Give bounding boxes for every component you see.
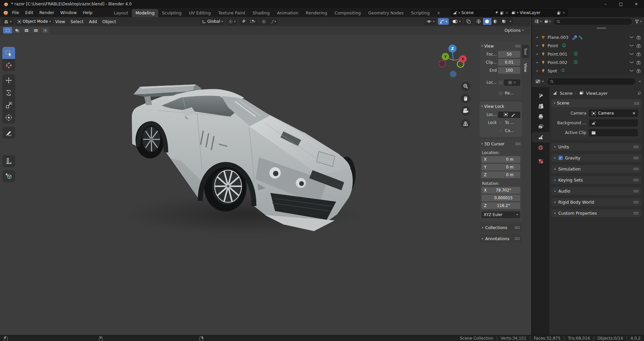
- sidebar-tab-tool[interactable]: Tool: [522, 45, 529, 58]
- tab-texture-properties[interactable]: [532, 156, 549, 166]
- viewlayer-selector[interactable]: ▾ ViewLayer ×: [509, 9, 568, 16]
- camera-view-button[interactable]: [461, 106, 470, 116]
- menu-object[interactable]: Object: [100, 19, 119, 24]
- tab-texture-paint[interactable]: Texture Paint: [214, 9, 249, 17]
- pivot-point-button[interactable]: ▾: [227, 18, 237, 25]
- add-cube-tool[interactable]: [2, 170, 15, 182]
- gravity-checkbox[interactable]: ✓: [558, 156, 563, 160]
- axis-neg-z[interactable]: [450, 71, 457, 77]
- cursor-rotation-x[interactable]: X 79.702°: [481, 187, 520, 194]
- camera-field[interactable]: Camera ×: [589, 110, 638, 117]
- breadcrumb-scene[interactable]: Scene: [560, 91, 573, 96]
- panel-gravity[interactable]: ▸ ✓ Gravity: [551, 154, 641, 162]
- remove-icon[interactable]: ×: [562, 10, 566, 15]
- tab-rendering[interactable]: Rendering: [302, 9, 331, 17]
- blender-menu-icon[interactable]: [3, 10, 8, 15]
- pin-icon[interactable]: [637, 91, 641, 95]
- menu-help[interactable]: Help: [80, 10, 96, 15]
- shading-rendered[interactable]: [500, 18, 508, 25]
- select-subtract-button[interactable]: [22, 27, 31, 33]
- visibility-button[interactable]: ▾: [425, 18, 436, 25]
- outliner-item-point002[interactable]: ▸ Point.002: [532, 58, 644, 67]
- pan-button[interactable]: [461, 94, 470, 103]
- view-lock-header[interactable]: ▾ View Lock: [481, 103, 520, 110]
- cursor-rotation-z[interactable]: Z 116.2°: [481, 202, 520, 209]
- panel-rigid-body-world[interactable]: ▸ Rigid Body World: [551, 198, 641, 206]
- sidebar-tab-view[interactable]: View: [522, 60, 529, 75]
- shading-wireframe[interactable]: [475, 18, 483, 25]
- properties-editor-icon[interactable]: [535, 79, 540, 84]
- menu-view[interactable]: View: [53, 19, 68, 24]
- menu-file[interactable]: File: [9, 10, 22, 15]
- tab-output-properties[interactable]: [532, 111, 549, 122]
- collections-panel-header[interactable]: ▸ Collections: [480, 223, 522, 232]
- select-box-tool[interactable]: [2, 47, 15, 59]
- menu-edit[interactable]: Edit: [22, 10, 36, 15]
- background-scene-field[interactable]: [589, 119, 638, 127]
- outliner-editor-icon[interactable]: [534, 19, 539, 24]
- expand-icon[interactable]: ▸: [537, 61, 538, 64]
- view-panel-header[interactable]: ▾ View: [481, 43, 520, 50]
- outliner-search-input[interactable]: [554, 18, 632, 25]
- render-region-checkbox[interactable]: [498, 91, 503, 96]
- focal-length-field[interactable]: 50: [498, 51, 520, 58]
- orientation-selector[interactable]: Global ▾: [200, 18, 225, 25]
- menu-select[interactable]: Select: [68, 19, 86, 24]
- proportional-toggle[interactable]: [260, 18, 268, 25]
- hide-viewport-icon[interactable]: [629, 69, 634, 72]
- annotate-tool[interactable]: [2, 127, 15, 139]
- outliner-item-spot[interactable]: ▸ Spot: [532, 67, 644, 75]
- lock-object-field[interactable]: [498, 112, 520, 118]
- drag-handle-icon[interactable]: [633, 156, 638, 159]
- tab-render-properties[interactable]: [532, 101, 549, 111]
- transform-tool[interactable]: [2, 112, 15, 124]
- options-button[interactable]: Options ▾: [504, 28, 524, 33]
- panel-keying-sets[interactable]: ▸ Keying Sets: [551, 176, 641, 184]
- add-workspace-button[interactable]: +: [433, 9, 444, 17]
- drag-handle-icon[interactable]: [633, 167, 638, 170]
- scale-tool[interactable]: [2, 99, 15, 112]
- camera-to-view-checkbox[interactable]: [498, 128, 503, 133]
- scene-panel-header[interactable]: ▾ Scene: [551, 99, 641, 107]
- local-camera-field[interactable]: ×: [504, 79, 520, 86]
- hide-viewport-icon[interactable]: [629, 53, 634, 56]
- tab-shading[interactable]: Shading: [249, 9, 273, 17]
- drag-handle-icon[interactable]: [633, 179, 638, 182]
- proportional-falloff[interactable]: ▾: [268, 18, 278, 25]
- snap-settings[interactable]: ▾: [248, 18, 258, 25]
- select-intersect-button[interactable]: [41, 27, 50, 33]
- select-invert-button[interactable]: [31, 27, 41, 33]
- expand-icon[interactable]: ▸: [537, 53, 538, 56]
- active-clip-field[interactable]: [589, 129, 638, 136]
- outliner-item-point001[interactable]: ▸ Point.001: [532, 50, 644, 58]
- tab-tool-properties[interactable]: [532, 90, 549, 101]
- tab-scene-properties[interactable]: [532, 132, 549, 142]
- breadcrumb-viewlayer[interactable]: ViewLayer: [586, 91, 608, 96]
- navigation-gizmo[interactable]: Z X Y: [437, 44, 470, 80]
- filter-dropdown-icon[interactable]: ▾: [639, 80, 641, 83]
- tab-viewlayer-properties[interactable]: [532, 122, 549, 132]
- chevron-down-icon[interactable]: ▾: [540, 20, 542, 23]
- hide-viewport-icon[interactable]: [629, 36, 634, 39]
- move-tool[interactable]: [2, 74, 15, 87]
- filter-icon[interactable]: [635, 19, 639, 23]
- display-mode-icon[interactable]: [544, 19, 548, 24]
- panel-custom-properties[interactable]: ▸ Custom Properties: [551, 209, 641, 217]
- chevron-down-icon[interactable]: ▾: [549, 20, 551, 23]
- tab-sculpting[interactable]: Sculpting: [158, 9, 185, 17]
- menu-window[interactable]: Window: [57, 10, 80, 15]
- shading-dropdown[interactable]: ▾: [508, 18, 513, 25]
- zoom-button[interactable]: [461, 82, 470, 91]
- unlink-icon[interactable]: ×: [505, 10, 508, 15]
- disable-render-icon[interactable]: [636, 61, 641, 65]
- shading-solid[interactable]: [483, 18, 491, 25]
- orthographic-toggle-button[interactable]: [461, 119, 470, 128]
- drag-handle-icon[interactable]: [633, 212, 638, 215]
- select-extend-button[interactable]: [12, 27, 22, 33]
- tab-compositing[interactable]: Compositing: [331, 9, 364, 17]
- disable-render-icon[interactable]: [636, 36, 641, 40]
- disable-render-icon[interactable]: [636, 44, 641, 48]
- tab-uv-editing[interactable]: UV Editing: [185, 9, 214, 17]
- mode-selector[interactable]: Object Mode ▾: [15, 18, 53, 25]
- drag-handle-icon[interactable]: [515, 226, 520, 229]
